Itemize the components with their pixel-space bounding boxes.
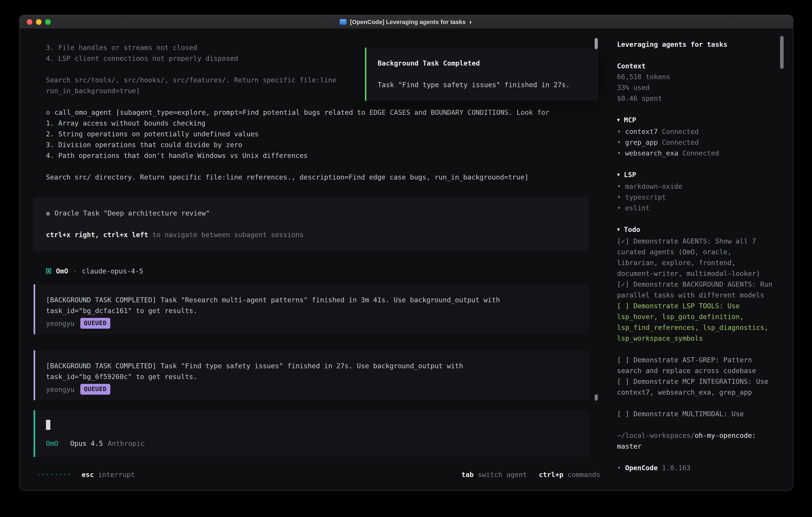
spacer-line <box>378 69 587 80</box>
terminal-app-icon <box>340 19 346 25</box>
lsp-item: •markdown-oxide <box>617 181 774 192</box>
tool-call-text: call_omo_agent [subagent_type=explore, p… <box>55 108 549 116</box>
terminal-content: 3. File handles or streams not closed 4.… <box>20 29 793 490</box>
session-title: Leveraging agents for tasks <box>617 39 774 50</box>
agent-header: OmO · claude-opus-4-5 <box>46 266 589 276</box>
mcp-heading: MCP <box>624 116 636 124</box>
bullet-icon: • <box>617 149 621 157</box>
context-section: Context 66,518 tokens 33% used $0.46 spe… <box>617 61 774 104</box>
tool-call-tail: Search src/ directory. Return specific f… <box>46 172 589 183</box>
bullet-icon: • <box>617 138 621 146</box>
maximize-button[interactable] <box>45 19 51 25</box>
gear-icon: ⚙ <box>46 108 50 116</box>
workspace-path-name: oh-my-opencode: <box>695 431 756 439</box>
todo-heading: Todo <box>624 225 640 234</box>
tool-call-list-item: 3. Division operations that could divide… <box>46 140 589 151</box>
version-section: •OpenCode 1.0.163 <box>617 463 774 473</box>
window-title: [OpenCode] Leveraging agents for tasks ◐ <box>340 19 473 25</box>
minimize-button[interactable] <box>36 19 41 25</box>
terminal-window: [OpenCode] Leveraging agents for tasks ◐… <box>19 15 793 491</box>
toast-title: Background Task Completed <box>378 58 587 69</box>
message-text: task_id="bg_6f59260c" to get results. <box>46 372 577 382</box>
workspace-section: ~/local-workspaces/oh-my-opencode: maste… <box>617 430 774 452</box>
oracle-task-title-line: ◉Oracle Task "Deep architecture review" <box>46 208 577 219</box>
message-text: [BACKGROUND TASK COMPLETED] Task "Resear… <box>46 295 577 305</box>
navigation-hint: ctrl+x right, ctrl+x left to navigate be… <box>46 229 577 240</box>
status-badge: QUEUED <box>80 318 110 329</box>
version-line: •OpenCode 1.0.163 <box>617 463 774 473</box>
separator-dot: · <box>73 267 77 275</box>
tab-key-label: tab <box>461 470 473 479</box>
status-right: tab switch agent ctrl+p commands <box>461 470 600 479</box>
bullet-icon: • <box>617 464 621 472</box>
text-cursor <box>46 420 50 430</box>
lsp-section-toggle[interactable]: ▼LSP <box>617 169 774 181</box>
mcp-name: websearch_exa <box>625 149 678 157</box>
message-meta: yeongyu QUEUED <box>46 383 577 396</box>
desktop: [OpenCode] Leveraging agents for tasks ◐… <box>0 0 812 517</box>
message-card: [BACKGROUND TASK COMPLETED] Task "Find t… <box>34 350 589 400</box>
spacer-line <box>46 161 589 172</box>
mcp-status: Connected <box>682 149 719 157</box>
hint-text: to navigate between subagent sessions <box>148 231 304 239</box>
commands-label: commands <box>568 470 600 479</box>
todo-item: [✓] Demonstrate BACKGROUND AGENTS: Run p… <box>617 279 774 301</box>
todo-section-toggle[interactable]: ▼Todo <box>617 224 774 236</box>
tool-call-line: ⚙call_omo_agent [subagent_type=explore, … <box>46 107 589 118</box>
mcp-name: context7 <box>625 128 658 136</box>
mcp-status: Connected <box>662 128 699 136</box>
tool-call-list-item: 1. Array access without bounds checking <box>46 118 589 129</box>
mcp-item: •context7 Connected <box>617 126 774 137</box>
message-author: yeongyu <box>46 319 75 327</box>
context-spent: $0.46 spent <box>617 93 774 104</box>
context-used: 33% used <box>617 82 774 93</box>
active-agent-label: OmO <box>46 438 58 449</box>
message-card: [BACKGROUND TASK COMPLETED] Task "Resear… <box>34 284 589 334</box>
workspace-branch: master <box>617 441 774 452</box>
mcp-status: Connected <box>662 138 699 146</box>
mcp-section-toggle[interactable]: ▼MCP <box>617 115 774 126</box>
lsp-name: typescript <box>625 193 666 201</box>
lsp-item: •eslint <box>617 203 774 214</box>
tool-call-list-item: 4. Path operations that don't handle Win… <box>46 151 589 161</box>
mcp-item: •grep_app Connected <box>617 137 774 148</box>
lsp-heading: LSP <box>624 171 636 179</box>
window-titlebar[interactable]: [OpenCode] Leveraging agents for tasks ◐ <box>20 15 793 29</box>
app-version: 1.0.163 <box>662 464 691 472</box>
oracle-task-card[interactable]: ◉Oracle Task "Deep architecture review" … <box>34 197 589 251</box>
context-tokens: 66,518 tokens <box>617 72 774 82</box>
close-button[interactable] <box>27 19 32 25</box>
input-line[interactable] <box>46 420 577 431</box>
message-text: task_id="bg_dcfac161" to get results. <box>46 305 577 316</box>
switch-agent-hint: tab switch agent <box>461 470 527 479</box>
chevron-down-icon: ▼ <box>617 115 620 126</box>
bullet-icon: • <box>617 193 621 201</box>
spinner-icon: ◉ <box>46 209 50 217</box>
window-controls <box>27 15 51 28</box>
workspace-path: ~/local-workspaces/oh-my-opencode: <box>617 430 774 441</box>
prompt-input[interactable]: OmO Opus 4.5 Anthropic <box>34 410 589 457</box>
todo-section: ▼Todo [✓] Demonstrate AGENTS: Show all 7… <box>617 224 774 419</box>
sidebar-scrollbar-thumb[interactable] <box>780 36 784 69</box>
chevron-down-icon: ▼ <box>617 169 620 180</box>
session-sidebar: Leveraging agents for tasks Context 66,5… <box>608 29 793 490</box>
hint-keys: ctrl+x right, ctrl+x left <box>46 231 148 239</box>
switch-agent-label: switch agent <box>478 470 527 479</box>
bullet-icon: • <box>617 182 621 190</box>
tool-call-list-item: 2. String operations on potentially unde… <box>46 129 589 140</box>
interrupt-hint: esc interrupt <box>82 470 135 479</box>
main-scrollbar-thumb[interactable] <box>594 38 598 49</box>
chat-pane: 3. File handles or streams not closed 4.… <box>20 29 608 490</box>
status-left: ········ esc interrupt <box>37 470 135 479</box>
oracle-task-title: Oracle Task "Deep architecture review" <box>55 209 210 217</box>
messages-scrollbar-thumb[interactable] <box>594 394 598 401</box>
todo-item: [ ] Demonstrate MULTIMODAL: Use <box>617 409 774 419</box>
workspace-path-prefix: ~/local-workspaces/ <box>617 431 695 439</box>
mcp-section: ▼MCP •context7 Connected •grep_app Conne… <box>617 115 774 159</box>
toast-body: Task "Find type safety issues" finished … <box>378 80 587 90</box>
notification-toast[interactable]: Background Task Completed Task "Find typ… <box>365 48 598 101</box>
lsp-name: markdown-oxide <box>625 182 683 190</box>
todo-item: [ ] Demonstrate AST-GREP: Pattern search… <box>617 355 774 376</box>
app-brand: OpenCode <box>625 464 658 472</box>
bullet-icon: • <box>617 204 621 212</box>
